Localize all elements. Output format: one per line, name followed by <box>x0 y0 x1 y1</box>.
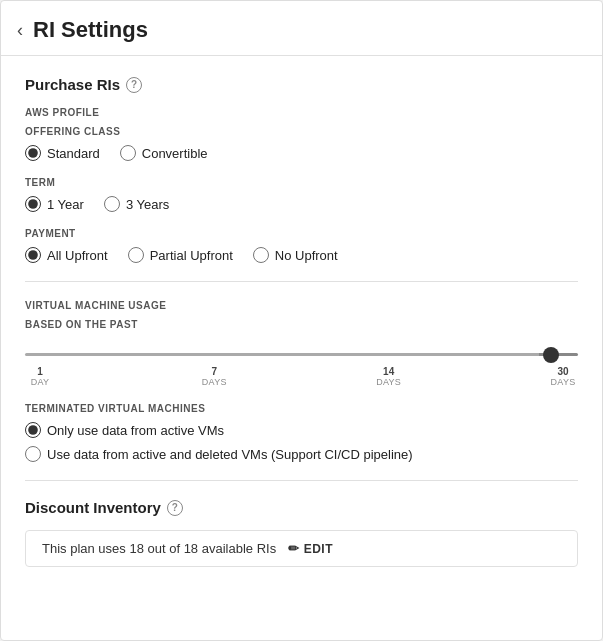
3years-label: 3 Years <box>126 197 169 212</box>
terminated-vms-radio-group: Only use data from active VMs Use data f… <box>25 422 578 462</box>
page-content: Purchase RIs ? AWS PROFILE OFFERING CLAS… <box>1 56 602 587</box>
vm-usage-section: VIRTUAL MACHINE USAGE BASED ON THE PAST … <box>25 300 578 462</box>
radio-1year[interactable]: 1 Year <box>25 196 84 212</box>
purchase-ris-label: Purchase RIs <box>25 76 120 93</box>
aws-profile-section: AWS PROFILE OFFERING CLASS Standard Conv… <box>25 107 578 263</box>
radio-active-deleted[interactable]: Use data from active and deleted VMs (Su… <box>25 446 578 462</box>
edit-button[interactable]: ✏ EDIT <box>288 541 333 556</box>
edit-label: EDIT <box>304 542 333 556</box>
term-section: TERM 1 Year 3 Years <box>25 177 578 212</box>
radio-3years[interactable]: 3 Years <box>104 196 169 212</box>
vm-usage-label: VIRTUAL MACHINE USAGE <box>25 300 578 311</box>
aws-profile-label: AWS PROFILE <box>25 107 578 118</box>
ri-settings-card: ‹ RI Settings Purchase RIs ? AWS PROFILE… <box>0 0 603 641</box>
radio-active-only[interactable]: Only use data from active VMs <box>25 422 578 438</box>
discount-inventory-label: Discount Inventory <box>25 499 161 516</box>
discount-plan-row: This plan uses 18 out of 18 available RI… <box>25 530 578 567</box>
plan-text: This plan uses 18 out of 18 available RI… <box>42 541 276 556</box>
page-header: ‹ RI Settings <box>1 1 602 56</box>
purchase-ris-help-icon[interactable]: ? <box>126 77 142 93</box>
pencil-icon: ✏ <box>288 541 300 556</box>
payment-section: PAYMENT All Upfront Partial Upfront No U… <box>25 228 578 263</box>
tick-1day: 1 DAY <box>25 366 55 387</box>
offering-class-radio-group: Standard Convertible <box>25 145 578 161</box>
term-radio-group: 1 Year 3 Years <box>25 196 578 212</box>
partial-upfront-label: Partial Upfront <box>150 248 233 263</box>
1year-label: 1 Year <box>47 197 84 212</box>
active-only-label: Only use data from active VMs <box>47 423 224 438</box>
slider-ticks: 1 DAY 7 DAYS 14 DAYS 30 DAYS <box>25 366 578 387</box>
offering-class-section: OFFERING CLASS Standard Convertible <box>25 126 578 161</box>
purchase-ris-section: Purchase RIs ? <box>25 76 578 93</box>
active-deleted-label: Use data from active and deleted VMs (Su… <box>47 447 413 462</box>
radio-convertible[interactable]: Convertible <box>120 145 208 161</box>
payment-radio-group: All Upfront Partial Upfront No Upfront <box>25 247 578 263</box>
tick-14days: 14 DAYS <box>374 366 404 387</box>
discount-inventory-title: Discount Inventory ? <box>25 499 578 516</box>
back-button[interactable]: ‹ <box>17 20 23 41</box>
page-title: RI Settings <box>33 17 148 43</box>
slider-container <box>25 342 578 360</box>
radio-partial-upfront[interactable]: Partial Upfront <box>128 247 233 263</box>
offering-class-label: OFFERING CLASS <box>25 126 578 137</box>
tick-30days: 30 DAYS <box>548 366 578 387</box>
radio-all-upfront[interactable]: All Upfront <box>25 247 108 263</box>
radio-standard[interactable]: Standard <box>25 145 100 161</box>
payment-label: PAYMENT <box>25 228 578 239</box>
terminated-vms-label: TERMINATED VIRTUAL MACHINES <box>25 403 578 414</box>
all-upfront-label: All Upfront <box>47 248 108 263</box>
tick-7days: 7 DAYS <box>199 366 229 387</box>
radio-no-upfront[interactable]: No Upfront <box>253 247 338 263</box>
convertible-label: Convertible <box>142 146 208 161</box>
discount-inventory-help-icon[interactable]: ? <box>167 500 183 516</box>
divider-2 <box>25 480 578 481</box>
discount-inventory-section: Discount Inventory ? This plan uses 18 o… <box>25 499 578 567</box>
based-on-past-label: BASED ON THE PAST <box>25 319 578 330</box>
standard-label: Standard <box>47 146 100 161</box>
past-days-slider[interactable] <box>25 353 578 356</box>
divider-1 <box>25 281 578 282</box>
no-upfront-label: No Upfront <box>275 248 338 263</box>
term-label: TERM <box>25 177 578 188</box>
